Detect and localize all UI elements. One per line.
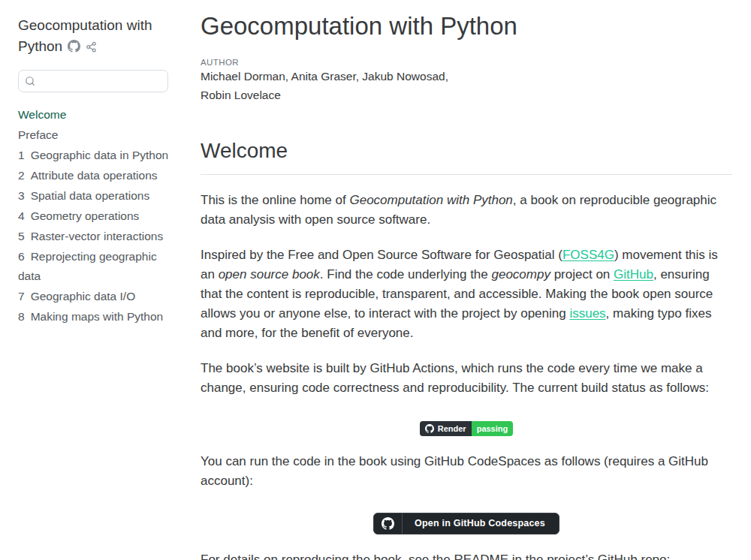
page-title: Geocomputation with Python bbox=[201, 12, 732, 41]
sidebar-item-reprojecting-geographic-data[interactable]: 6Reprojecting geographic data bbox=[18, 247, 177, 286]
author-label: AUTHOR bbox=[201, 58, 732, 67]
sidebar-item-label: Preface bbox=[18, 128, 58, 141]
sidebar-item-spatial-data-operations[interactable]: 3Spatial data operations bbox=[18, 186, 177, 206]
chapter-number: 4 bbox=[18, 209, 25, 222]
sidebar-item-welcome[interactable]: Welcome bbox=[18, 105, 177, 125]
text-segment: . Find the code underlying the bbox=[320, 267, 492, 282]
build-badge-row: Render passing bbox=[201, 421, 732, 436]
sidebar-item-preface[interactable]: Preface bbox=[18, 125, 177, 145]
sidebar-item-raster-vector-interactions[interactable]: 5Raster-vector interactions bbox=[18, 227, 177, 246]
section-heading-welcome: Welcome bbox=[201, 139, 732, 175]
sidebar-item-geometry-operations[interactable]: 4Geometry operations bbox=[18, 206, 177, 226]
text-segment: geocompy bbox=[492, 267, 550, 282]
github-icon[interactable] bbox=[68, 40, 80, 56]
paragraph: For details on reproducing the book, see… bbox=[201, 550, 732, 560]
share-icon[interactable] bbox=[86, 40, 97, 56]
sidebar-item-label: Spatial data operations bbox=[31, 189, 150, 202]
github-icon bbox=[425, 424, 434, 433]
open-codespaces-button[interactable]: Open in GitHub Codespaces bbox=[373, 513, 559, 534]
text-segment: Inspired by the Free and Open Source Sof… bbox=[201, 248, 562, 262]
text-segment: open source book bbox=[219, 267, 320, 282]
chapter-number: 3 bbox=[18, 189, 25, 202]
text-segment: This is the online home of bbox=[201, 193, 349, 207]
text-segment: You can run the code in the book using G… bbox=[201, 454, 708, 488]
sidebar-item-label: Raster-vector interactions bbox=[31, 230, 164, 242]
sidebar-item-label: Geographic data in Python bbox=[31, 149, 169, 161]
sidebar-item-geographic-data-i-o[interactable]: 7Geographic data I/O bbox=[18, 287, 177, 306]
inline-link[interactable]: GitHub bbox=[614, 267, 653, 282]
chapter-number: 1 bbox=[18, 149, 25, 161]
sidebar-item-making-maps-with-python[interactable]: 8Making maps with Python bbox=[18, 307, 177, 327]
sidebar-item-label: Attribute data operations bbox=[31, 169, 158, 182]
sidebar-item-geographic-data-in-python[interactable]: 1Geographic data in Python bbox=[18, 146, 177, 165]
sidebar-item-label: Geometry operations bbox=[31, 209, 140, 222]
codespaces-button-label: Open in GitHub Codespaces bbox=[403, 518, 559, 528]
github-icon bbox=[382, 517, 394, 530]
chapter-number: 6 bbox=[18, 250, 25, 263]
main-content: Geocomputation with Python AUTHOR Michae… bbox=[201, 0, 732, 560]
sidebar-item-label: Making maps with Python bbox=[31, 310, 164, 323]
inline-link[interactable]: FOSS4G bbox=[562, 248, 614, 262]
chapter-number: 5 bbox=[18, 230, 25, 242]
text-segment: Geocomputation with Python bbox=[349, 193, 512, 207]
author-names: Michael Dorman, Anita Graser, Jakub Nowo… bbox=[201, 68, 732, 86]
chapter-number: 8 bbox=[18, 310, 25, 323]
build-status-badge[interactable]: Render passing bbox=[420, 421, 513, 436]
sidebar-nav: WelcomePreface1Geographic data in Python… bbox=[18, 105, 177, 327]
codespaces-button-row: Open in GitHub Codespaces bbox=[201, 513, 732, 534]
paragraph: Inspired by the Free and Open Source Sof… bbox=[201, 245, 732, 343]
search-icon bbox=[25, 76, 35, 86]
sidebar-item-attribute-data-operations[interactable]: 2Attribute data operations bbox=[18, 166, 177, 185]
badge-left-label: Render bbox=[438, 421, 466, 436]
text-segment: For details on reproducing the book, see… bbox=[201, 552, 670, 560]
search-input[interactable] bbox=[40, 74, 161, 88]
sidebar: Geocomputation with Python WelcomePrefac… bbox=[0, 0, 189, 327]
paragraph: You can run the code in the book using G… bbox=[201, 452, 732, 491]
paragraph: The book’s website is built by GitHub Ac… bbox=[201, 359, 732, 398]
author-names: Robin Lovelace bbox=[201, 86, 732, 104]
paragraph: This is the online home of Geocomputatio… bbox=[201, 191, 732, 230]
chapter-number: 2 bbox=[18, 169, 25, 182]
sidebar-item-label: Welcome bbox=[18, 108, 66, 121]
badge-status-label: passing bbox=[472, 421, 514, 436]
sidebar-item-label: Geographic data I/O bbox=[31, 290, 136, 303]
search-box[interactable] bbox=[18, 70, 168, 92]
text-segment: project on bbox=[550, 267, 614, 282]
sidebar-title-block: Geocomputation with Python bbox=[18, 15, 176, 59]
inline-link[interactable]: issues bbox=[569, 306, 605, 321]
text-segment: The book’s website is built by GitHub Ac… bbox=[201, 361, 709, 395]
sidebar-item-label: Reprojecting geographic data bbox=[18, 250, 157, 282]
chapter-number: 7 bbox=[18, 290, 25, 303]
